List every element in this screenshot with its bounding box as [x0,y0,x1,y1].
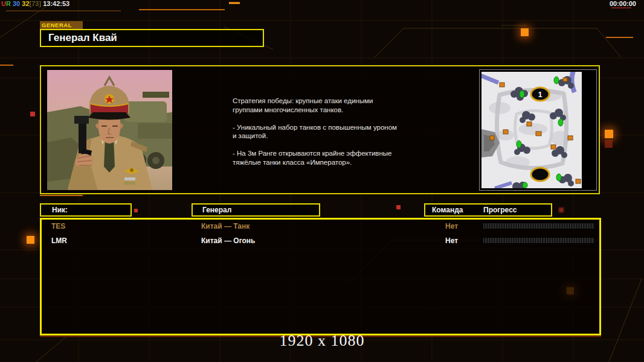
general-portrait [47,70,172,190]
player-row: LMR Китай — Огонь Нет [42,234,599,247]
red-square [134,209,138,212]
resolution-watermark: 1920 x 1080 [0,332,644,350]
glow-square [605,130,613,138]
glow-square-dim [605,140,613,148]
debug-stats-text: UR 30 32[73] 13:42:53 [1,0,69,7]
timer-divider [611,7,631,8]
column-header-team: Команда [432,205,463,215]
player-row: TES Китай — Танк Нет [42,220,599,233]
column-header-nick: Ник: [40,203,132,217]
hud-divider [6,10,121,11]
red-square [30,112,35,116]
red-square [559,208,564,212]
page-title: Генерал Квай [41,30,263,46]
strategy-text: Стратегия победы: крупные атаки едиными … [233,97,435,167]
svg-text:1: 1 [538,91,543,99]
progress-bar [483,223,595,229]
general-portrait-image [47,70,172,190]
glow-square [27,236,34,244]
match-timer: 00:00:00 [610,0,636,7]
player-team: Нет [445,220,458,233]
minimap-start-position-2 [531,168,549,181]
column-header-progress: Прогресс [483,205,517,215]
player-general: Китай — Огонь [201,234,255,247]
minimap: 1 [479,69,597,191]
briefing-panel: Стратегия победы: крупные атаки едиными … [40,65,600,194]
glow-square [521,28,529,36]
column-header-team-progress: Команда Прогресс [424,203,552,217]
general-tab-label: GENERAL [40,21,83,29]
red-square [396,205,401,209]
player-team: Нет [445,234,458,247]
player-general: Китай — Танк [201,220,250,233]
minimap-image: 1 [481,72,582,188]
progress-bar [483,237,595,244]
player-roster-panel: TES Китай — Танк Нет LMR Китай — Огонь Н… [40,218,601,335]
minimap-start-position-1: 1 [531,87,549,101]
page-title-box: Генерал Квай [40,29,264,47]
player-nick: TES [51,220,65,233]
column-header-general: Генерал [192,203,320,217]
player-nick: LMR [51,234,67,247]
